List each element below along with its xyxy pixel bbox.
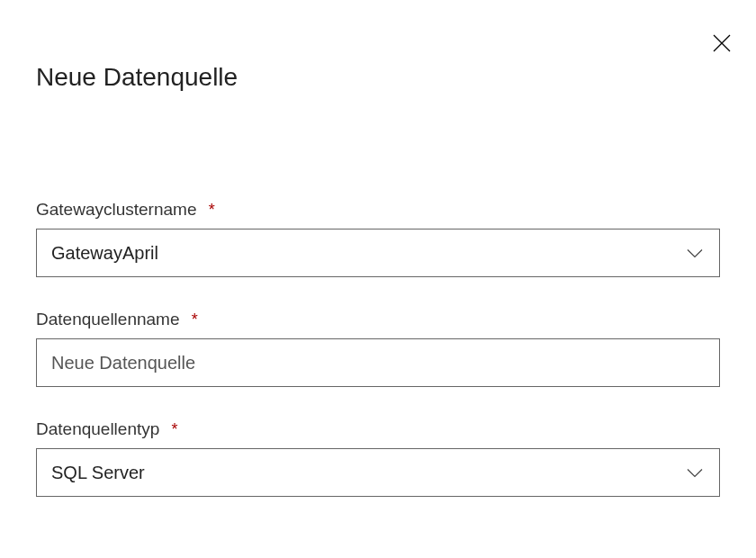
gateway-cluster-label: Gatewayclustername *	[36, 200, 720, 220]
required-indicator: *	[172, 420, 178, 438]
gateway-cluster-value: GatewayApril	[51, 243, 158, 264]
chevron-down-icon	[687, 243, 703, 264]
datasource-name-input[interactable]	[51, 353, 705, 374]
datasource-type-label-text: Datenquellentyp	[36, 419, 159, 438]
datasource-type-label: Datenquellentyp *	[36, 419, 720, 439]
gateway-cluster-field: Gatewayclustername * GatewayApril	[36, 200, 720, 277]
datasource-name-label-text: Datenquellenname	[36, 310, 180, 328]
datasource-name-label: Datenquellenname *	[36, 310, 720, 329]
new-datasource-panel: Neue Datenquelle Gatewayclustername * Ga…	[0, 0, 756, 497]
gateway-cluster-label-text: Gatewayclustername	[36, 200, 196, 219]
datasource-name-field: Datenquellenname *	[36, 310, 720, 387]
datasource-type-select[interactable]: SQL Server	[36, 448, 720, 497]
datasource-name-input-wrapper	[36, 338, 720, 387]
chevron-down-icon	[687, 463, 703, 483]
required-indicator: *	[192, 310, 198, 328]
required-indicator: *	[209, 201, 215, 219]
page-title: Neue Datenquelle	[36, 63, 720, 92]
gateway-cluster-select[interactable]: GatewayApril	[36, 229, 720, 277]
datasource-type-field: Datenquellentyp * SQL Server	[36, 419, 720, 497]
datasource-type-value: SQL Server	[51, 463, 145, 483]
close-button[interactable]	[709, 32, 734, 58]
close-icon	[712, 33, 732, 57]
